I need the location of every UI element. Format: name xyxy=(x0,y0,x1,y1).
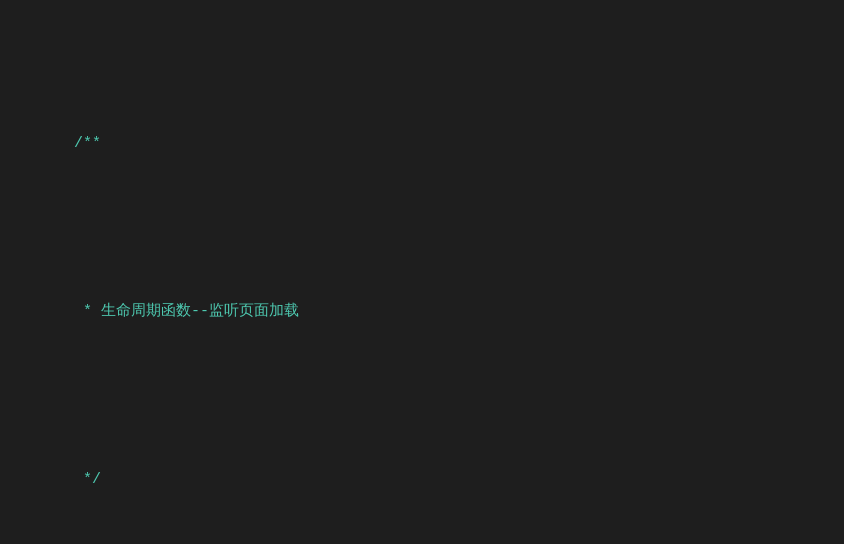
code-editor: /** * 生命周期函数--监听页面加载 */ onLoad: function… xyxy=(0,0,844,544)
comment-token: * 生命周期函数--监听页面加载 xyxy=(74,303,299,320)
code-line-1: /** xyxy=(0,108,844,180)
code-line-2: * 生命周期函数--监听页面加载 xyxy=(0,276,844,348)
comment-token: */ xyxy=(74,471,101,488)
comment-token: /** xyxy=(74,135,101,152)
code-line-3: */ xyxy=(0,444,844,516)
